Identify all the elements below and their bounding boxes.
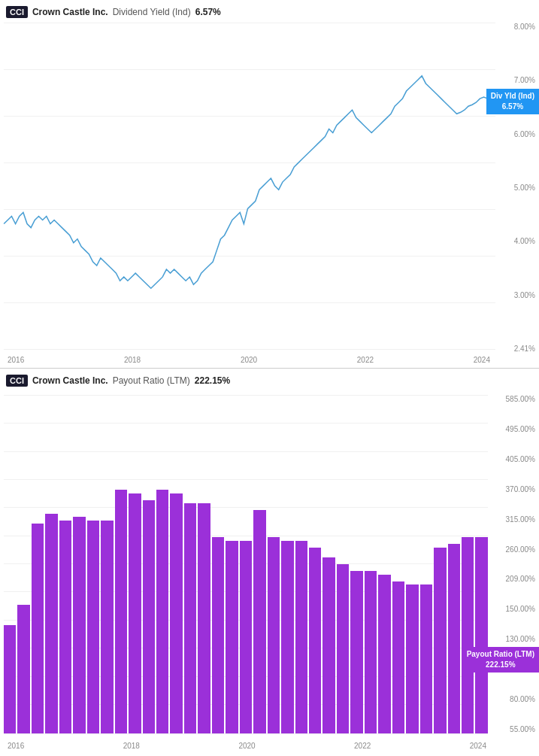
bar-item — [143, 500, 155, 734]
bar-item — [212, 537, 224, 733]
top-metric-label: Dividend Yield (Ind) — [113, 7, 191, 17]
bottom-y-axis: 585.00% 495.00% 405.00% 370.00% 315.00% … — [489, 395, 535, 733]
bar-item — [170, 493, 182, 734]
bar-item — [156, 490, 168, 733]
by-label-9: 130.00% — [489, 635, 535, 643]
top-y-axis: 8.00% 7.00% 6.00% 5.00% 4.00% 3.00% 2.41… — [496, 0, 535, 368]
bx-label-2024: 2024 — [470, 742, 486, 750]
by-label-4: 370.00% — [489, 485, 535, 493]
bar-item — [322, 557, 335, 733]
bar-item — [45, 514, 57, 734]
bottom-chart: CCI Crown Castle Inc. Payout Ratio (LTM)… — [0, 369, 539, 756]
bar-item — [462, 537, 474, 733]
by-label-6: 260.00% — [489, 545, 535, 554]
x-label-2022: 2022 — [357, 356, 374, 364]
bottom-ticker-badge: CCI — [6, 375, 28, 387]
y-label-3: 6.00% — [496, 130, 535, 138]
y-label-4: 5.00% — [496, 184, 535, 192]
bar-item — [281, 541, 293, 734]
bar-item — [295, 541, 307, 734]
by-label-8: 150.00% — [489, 605, 535, 613]
bar-item — [101, 521, 113, 734]
bar-item — [4, 625, 16, 733]
bar-item — [350, 571, 362, 733]
y-label-2: 7.00% — [496, 76, 535, 84]
bar-item — [87, 521, 99, 734]
top-label-line2: 6.57% — [491, 102, 534, 112]
bar-item — [198, 503, 210, 733]
by-label-2: 495.00% — [489, 425, 535, 433]
bottom-x-axis: 2016 2018 2020 2022 2024 — [8, 742, 486, 750]
bar-item — [406, 584, 418, 733]
top-label-box: Div Yld (Ind) 6.57% — [486, 89, 539, 114]
bottom-label-box: Payout Ratio (LTM) 222.15% — [462, 647, 539, 673]
y-label-1: 8.00% — [496, 23, 535, 31]
bar-item — [420, 584, 432, 733]
by-label-1: 585.00% — [489, 395, 535, 403]
by-label-7: 209.00% — [489, 575, 535, 583]
bar-item — [268, 537, 280, 733]
top-company-name: Crown Castle Inc. — [32, 7, 108, 17]
bar-item — [115, 490, 127, 733]
top-chart: CCI Crown Castle Inc. Dividend Yield (In… — [0, 0, 539, 369]
x-label-2016: 2016 — [8, 356, 24, 364]
bar-item — [392, 581, 404, 734]
bottom-chart-header: CCI Crown Castle Inc. Payout Ratio (LTM)… — [6, 375, 230, 387]
y-label-6: 3.00% — [496, 291, 535, 299]
top-metric-value: 6.57% — [195, 7, 221, 17]
bottom-metric-label: Payout Ratio (LTM) — [113, 375, 190, 386]
bar-chart-area — [4, 395, 488, 733]
bar-item — [59, 521, 71, 734]
bx-label-2018: 2018 — [123, 742, 140, 750]
top-label-line1: Div Yld (Ind) — [491, 91, 534, 102]
by-label-3: 405.00% — [489, 455, 535, 463]
bar-item — [309, 548, 321, 734]
chart-container: CCI Crown Castle Inc. Dividend Yield (In… — [0, 0, 539, 756]
bottom-label-line1: Payout Ratio (LTM) — [467, 649, 534, 660]
top-ticker-badge: CCI — [6, 6, 28, 18]
x-label-2020: 2020 — [241, 356, 257, 364]
bar-item — [32, 524, 44, 733]
bx-label-2016: 2016 — [8, 742, 24, 750]
top-chart-header: CCI Crown Castle Inc. Dividend Yield (In… — [6, 6, 221, 18]
bar-item — [253, 510, 265, 733]
bar-item — [475, 537, 487, 733]
bottom-label-line2: 222.15% — [467, 660, 534, 670]
bar-item — [434, 548, 446, 734]
bar-item — [184, 503, 196, 733]
x-label-2018: 2018 — [124, 356, 141, 364]
bar-item — [129, 493, 141, 734]
by-label-12: 55.00% — [489, 725, 535, 733]
bar-item — [226, 541, 238, 734]
bx-label-2020: 2020 — [238, 742, 255, 750]
x-label-2024: 2024 — [474, 356, 490, 364]
top-x-axis: 2016 2018 2020 2022 2024 — [8, 356, 490, 364]
bar-item — [378, 575, 390, 734]
by-label-11: 80.00% — [489, 695, 535, 703]
line-chart-area — [0, 0, 495, 349]
bar-item — [448, 544, 460, 733]
bx-label-2022: 2022 — [354, 742, 371, 750]
bar-item — [337, 564, 349, 733]
bar-item — [17, 605, 29, 733]
bar-item — [365, 571, 377, 733]
y-label-7: 2.41% — [496, 345, 535, 353]
bar-item — [73, 517, 85, 733]
bar-item — [240, 541, 252, 734]
bottom-metric-value: 222.15% — [195, 375, 230, 386]
by-label-5: 315.00% — [489, 515, 535, 524]
bottom-company-name: Crown Castle Inc. — [32, 375, 108, 386]
y-label-5: 4.00% — [496, 237, 535, 245]
